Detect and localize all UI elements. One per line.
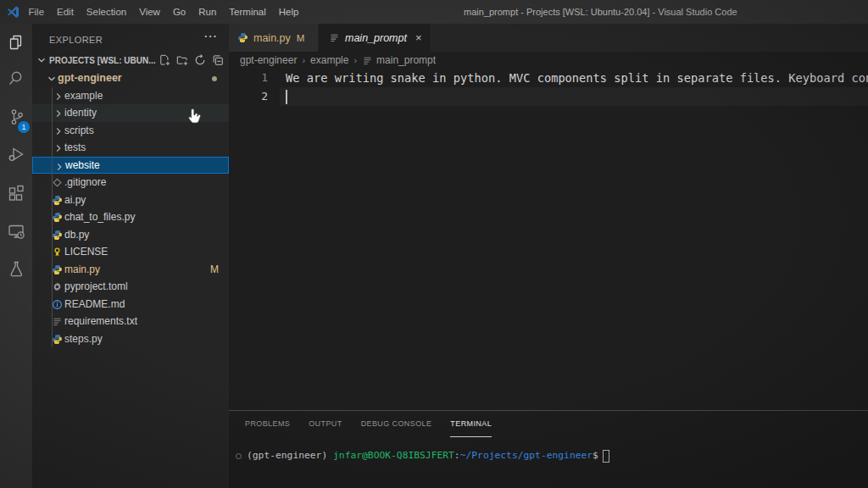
close-icon[interactable]: × — [415, 31, 422, 44]
panel-tab-problems[interactable]: PROBLEMS — [245, 411, 290, 437]
menu-run[interactable]: Run — [192, 0, 223, 24]
panel-tab-terminal[interactable]: TERMINAL — [450, 411, 492, 437]
search-icon[interactable] — [0, 62, 32, 94]
breadcrumb-item[interactable]: main_prompt — [362, 54, 436, 66]
tree-item-label: steps.py — [64, 333, 103, 345]
source-control-badge: 1 — [18, 121, 30, 133]
text-file-icon — [329, 32, 340, 43]
bottom-panel: PROBLEMSOUTPUTDEBUG CONSOLETERMINAL (gpt… — [229, 410, 868, 488]
extensions-icon[interactable] — [0, 177, 32, 209]
chevron-right-icon — [53, 91, 64, 103]
menu-file[interactable]: File — [22, 0, 51, 24]
tree-item-label: chat_to_files.py — [64, 211, 135, 223]
git-icon — [52, 177, 63, 188]
new-folder-icon[interactable] — [176, 54, 188, 66]
explorer-icon[interactable] — [0, 26, 32, 58]
refresh-icon[interactable] — [194, 54, 206, 66]
git-modified-badge: M — [297, 33, 305, 43]
menu-view[interactable]: View — [133, 0, 167, 24]
terminal-cursor — [603, 450, 609, 463]
workspace-section-header[interactable]: PROJECTS [WSL: UBUN... — [32, 51, 229, 69]
chevron-down-icon — [46, 73, 58, 85]
testing-icon[interactable] — [0, 252, 32, 285]
terminal-venv: (gpt-engineer) — [247, 448, 333, 463]
tree-item-label: website — [65, 159, 100, 171]
breadcrumb-item[interactable]: example — [310, 54, 348, 66]
explorer-title: EXPLORER — [49, 35, 103, 45]
tree-item-chat-to-files-py[interactable]: chat_to_files.py — [32, 208, 229, 226]
tree-item-main-py[interactable]: main.pyM — [32, 261, 229, 279]
tree-item-label: identity — [64, 107, 97, 119]
explorer-sidebar: EXPLORER ⋯ PROJECTS [WSL: UBUN... gpt-en… — [32, 24, 229, 488]
remote-explorer-icon[interactable] — [0, 215, 32, 247]
chevron-right-icon — [53, 142, 64, 154]
tree-item-website[interactable]: website — [32, 157, 229, 175]
window-title: main_prompt - Projects [WSL: Ubuntu-20.0… — [464, 0, 737, 24]
line-number: 1 — [229, 69, 268, 87]
vscode-logo — [7, 6, 19, 19]
code-line-text: We are writing snake in python. MVC comp… — [286, 69, 868, 87]
command-decoration-icon — [236, 453, 242, 459]
tree-item--gitignore[interactable]: .gitignore — [32, 174, 229, 191]
textlines-icon — [52, 316, 63, 327]
tree-indent-guide — [52, 87, 53, 347]
collapse-all-icon[interactable] — [212, 54, 224, 66]
tree-item-label: tests — [64, 141, 86, 153]
tab-label: main_prompt — [345, 32, 407, 44]
python-icon — [52, 334, 63, 345]
code-line: 2 — [229, 87, 868, 106]
tree-item-readme-md[interactable]: README.md — [32, 296, 229, 313]
terminal-prompt-symbol: $ — [593, 448, 598, 463]
menu-go[interactable]: Go — [166, 0, 192, 24]
python-icon — [52, 230, 63, 241]
tree-item-license[interactable]: LICENSE — [32, 243, 229, 261]
terminal-path: ~/Projects/gpt-engineer — [460, 448, 593, 463]
tree-item-label: gpt-engineer — [58, 72, 122, 84]
source-control-icon[interactable]: 1 — [0, 101, 32, 133]
more-actions-icon[interactable]: ⋯ — [203, 28, 217, 44]
tree-item-example[interactable]: example — [32, 87, 229, 105]
code-line: 1 We are writing snake in python. MVC co… — [229, 69, 868, 87]
new-file-icon[interactable] — [159, 54, 170, 66]
tab-main-py[interactable]: main.py M — [229, 24, 319, 52]
tree-item-label: main.py — [64, 263, 100, 275]
breadcrumb-separator: › — [302, 55, 305, 65]
tree-item-pyproject-toml[interactable]: pyproject.toml — [32, 278, 229, 296]
breadcrumb-separator: › — [353, 55, 357, 65]
python-icon — [237, 32, 248, 43]
tree-item-label: example — [64, 90, 103, 102]
tree-item-ai-py[interactable]: ai.py — [32, 191, 229, 209]
panel-tab-debug-console[interactable]: DEBUG CONSOLE — [361, 411, 432, 437]
menu-selection[interactable]: Selection — [80, 0, 132, 24]
menu-bar: FileEditSelectionViewGoRunTerminalHelp — [22, 0, 305, 24]
tree-item-steps-py[interactable]: steps.py — [32, 330, 229, 348]
tree-item-gpt-engineer[interactable]: gpt-engineer — [32, 69, 229, 87]
menu-edit[interactable]: Edit — [51, 0, 81, 24]
terminal-line[interactable]: (gpt-engineer) jnfar@BOOK-Q8IBSJFERT : ~… — [229, 448, 868, 463]
run-debug-icon[interactable] — [0, 138, 32, 170]
terminal-user-host: jnfar@BOOK-Q8IBSJFERT — [333, 448, 454, 463]
breadcrumbs: gpt-engineer›example›main_prompt — [229, 52, 868, 69]
tree-item-label: ai.py — [64, 194, 86, 206]
tab-main-prompt[interactable]: main_prompt × — [319, 24, 430, 52]
tree-item-db-py[interactable]: db.py — [32, 226, 229, 244]
tree-item-label: .gitignore — [64, 176, 106, 188]
tree-item-requirements-txt[interactable]: requirements.txt — [32, 313, 229, 330]
tree-item-label: requirements.txt — [64, 315, 137, 327]
breadcrumb-item[interactable]: gpt-engineer — [240, 54, 297, 66]
tree-item-tests[interactable]: tests — [32, 139, 229, 157]
tree-item-label: db.py — [64, 229, 89, 241]
activity-bar: 1 — [0, 24, 32, 488]
text-file-icon — [362, 55, 373, 66]
editor-code-area[interactable]: 1 We are writing snake in python. MVC co… — [229, 69, 868, 410]
terminal-colon: : — [454, 448, 460, 463]
mouse-pointer-icon — [187, 108, 202, 125]
license-icon — [52, 247, 63, 258]
panel-tab-output[interactable]: OUTPUT — [309, 411, 342, 437]
panel-tab-bar: PROBLEMSOUTPUTDEBUG CONSOLETERMINAL — [229, 411, 868, 437]
menu-help[interactable]: Help — [272, 0, 305, 24]
tab-label: main.py — [253, 32, 291, 44]
menu-terminal[interactable]: Terminal — [223, 0, 272, 24]
python-icon — [52, 195, 63, 206]
chevron-right-icon — [53, 161, 65, 173]
